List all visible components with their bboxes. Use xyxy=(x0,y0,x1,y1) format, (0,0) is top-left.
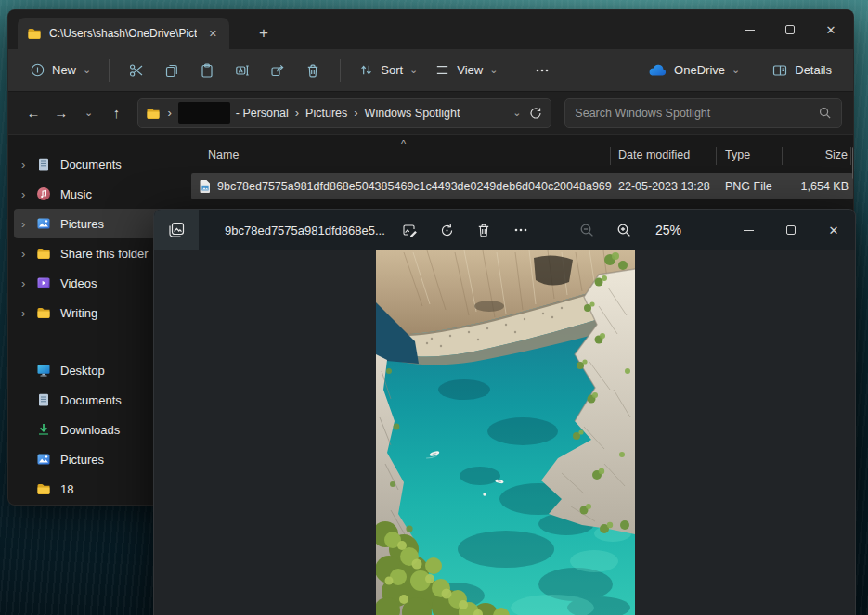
share-button[interactable] xyxy=(260,55,295,86)
forward-button[interactable]: → xyxy=(47,99,75,127)
photos-app-window: 9bc78ed7575a981dfd868e5... xyxy=(153,209,856,615)
copy-button[interactable] xyxy=(154,55,189,86)
column-separator[interactable] xyxy=(716,147,717,165)
address-bar[interactable]: › - Personal › Pictures › Windows Spotli… xyxy=(137,98,551,128)
onedrive-button[interactable]: OneDrive ⌄ xyxy=(639,58,748,83)
music-icon xyxy=(36,186,51,201)
column-header-name[interactable]: Name xyxy=(208,148,239,161)
column-header-size[interactable]: Size xyxy=(788,148,848,161)
breadcrumb-windows-spotlight[interactable]: Windows Spotlight xyxy=(365,107,460,120)
chevron-right-icon: › xyxy=(294,106,300,120)
png-file-icon xyxy=(199,179,212,194)
sidebar-item-music[interactable]: › Music xyxy=(14,179,184,209)
sidebar-item-documents[interactable]: › Documents xyxy=(14,149,184,179)
file-name: 9bc78ed7575a981dfd868e504385469c1c4493de… xyxy=(217,180,612,193)
column-header-type[interactable]: Type xyxy=(725,148,750,161)
zoom-in-button[interactable] xyxy=(605,213,642,247)
explorer-minimize-button[interactable] xyxy=(729,10,770,49)
documents-icon xyxy=(36,157,51,172)
file-type: PNG File xyxy=(725,180,772,193)
explorer-maximize-button[interactable] xyxy=(770,10,810,49)
file-row-selected[interactable]: 9bc78ed7575a981dfd868e504385469c1c4493de… xyxy=(191,173,853,199)
new-button[interactable]: New ⌄ xyxy=(21,57,99,83)
delete-button[interactable] xyxy=(295,55,330,86)
photos-maximize-button[interactable] xyxy=(770,210,812,250)
photos-close-button[interactable]: ✕ xyxy=(812,210,855,250)
maximize-icon xyxy=(786,225,796,235)
image-preview[interactable] xyxy=(376,250,635,615)
more-options-button[interactable] xyxy=(525,55,560,86)
tab-title: C:\Users\shash\OneDrive\Pictu xyxy=(49,27,197,40)
vertical-scrollbar[interactable] xyxy=(852,147,854,179)
zoom-out-button[interactable] xyxy=(568,213,605,247)
expand-chevron-icon[interactable]: › xyxy=(21,276,25,290)
new-tab-button[interactable]: + xyxy=(252,21,276,45)
chevron-down-icon: ⌄ xyxy=(489,65,498,75)
divider xyxy=(340,59,341,82)
tab-close-icon[interactable]: ✕ xyxy=(204,26,222,42)
desktop-icon xyxy=(36,363,51,378)
photos-more-button[interactable] xyxy=(502,213,539,247)
rename-icon xyxy=(234,62,251,79)
up-button[interactable]: ↑ xyxy=(103,99,131,127)
column-header-date-modified[interactable]: Date modified xyxy=(618,148,690,161)
details-button[interactable]: Details xyxy=(763,57,840,84)
maximize-icon xyxy=(785,25,795,34)
ellipsis-icon xyxy=(534,62,551,79)
zoom-in-icon xyxy=(615,222,633,239)
trash-icon xyxy=(475,222,492,238)
chevron-down-icon: ⌄ xyxy=(409,65,418,75)
column-separator[interactable] xyxy=(850,147,851,165)
back-button[interactable]: ← xyxy=(19,99,47,127)
expand-chevron-icon[interactable]: › xyxy=(21,306,25,320)
expand-chevron-icon[interactable]: › xyxy=(21,158,25,172)
column-separator[interactable] xyxy=(610,147,611,165)
search-icon[interactable] xyxy=(818,106,832,120)
refresh-icon[interactable] xyxy=(528,106,543,121)
recent-locations-button[interactable]: ⌄ xyxy=(75,99,103,127)
address-dropdown-chevron[interactable]: ⌄ xyxy=(512,108,521,118)
search-box[interactable] xyxy=(564,98,842,128)
column-headers: ^ Name Date modified Type Size xyxy=(189,140,854,172)
rename-button[interactable] xyxy=(225,55,260,86)
view-button[interactable]: View ⌄ xyxy=(426,57,506,83)
view-list-icon xyxy=(434,62,450,78)
explorer-close-button[interactable]: ✕ xyxy=(810,10,851,49)
details-pane-icon xyxy=(771,62,788,79)
cut-button[interactable] xyxy=(119,55,154,86)
explorer-tab[interactable]: C:\Users\shash\OneDrive\Pictu ✕ xyxy=(18,18,229,49)
edit-image-icon xyxy=(401,222,419,239)
expand-chevron-icon[interactable]: › xyxy=(21,187,25,201)
folder-icon xyxy=(36,481,51,496)
address-bar-row: ← → ⌄ ↑ › - Personal › Pictures › Window… xyxy=(8,92,853,135)
expand-chevron-icon[interactable]: › xyxy=(21,247,25,261)
new-plus-icon xyxy=(30,62,45,78)
sort-ascending-icon: ^ xyxy=(401,138,406,149)
photos-app-button[interactable] xyxy=(154,210,199,250)
column-separator[interactable] xyxy=(782,147,783,165)
photos-title-bar[interactable]: 9bc78ed7575a981dfd868e5... xyxy=(154,210,855,250)
breadcrumb-pictures[interactable]: Pictures xyxy=(305,107,347,120)
chevron-down-icon: ⌄ xyxy=(732,65,740,75)
edit-image-button[interactable] xyxy=(391,213,428,247)
scissors-icon xyxy=(128,62,145,79)
explorer-tab-bar[interactable]: C:\Users\shash\OneDrive\Pictu ✕ + ✕ xyxy=(8,10,853,49)
file-size: 1,654 KB xyxy=(785,180,849,193)
documents-icon xyxy=(36,392,51,407)
gallery-icon xyxy=(166,220,187,240)
zoom-level[interactable]: 25% xyxy=(655,223,681,237)
breadcrumb-personal[interactable]: - Personal xyxy=(236,107,289,120)
trash-icon xyxy=(304,62,321,79)
sort-button[interactable]: Sort ⌄ xyxy=(350,57,426,83)
search-input[interactable] xyxy=(575,107,818,120)
rotate-icon xyxy=(438,222,456,239)
rotate-button[interactable] xyxy=(428,213,465,247)
delete-image-button[interactable] xyxy=(465,213,502,247)
photos-title: 9bc78ed7575a981dfd868e5... xyxy=(225,224,385,237)
photos-minimize-button[interactable] xyxy=(727,210,770,250)
expand-chevron-icon[interactable]: › xyxy=(21,217,25,231)
zoom-out-icon xyxy=(578,222,596,239)
paste-button[interactable] xyxy=(189,55,225,86)
file-date-modified: 22-05-2023 13:28 xyxy=(618,180,710,193)
minimize-icon xyxy=(744,230,754,231)
